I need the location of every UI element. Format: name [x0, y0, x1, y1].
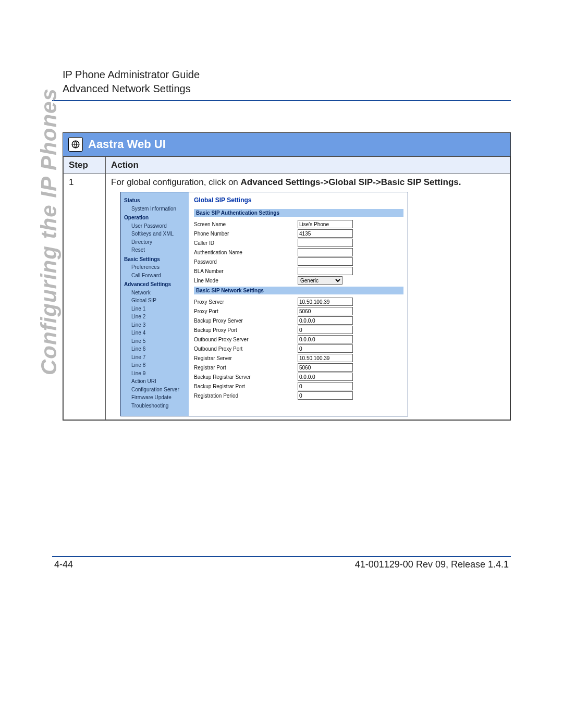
input-screen-name[interactable] — [298, 220, 353, 228]
input-password[interactable] — [298, 257, 353, 266]
doc-revision: 41-001129-00 Rev 09, Release 1.4.1 — [355, 559, 509, 570]
page-number: 4-44 — [54, 559, 73, 570]
label-auth-name: Authentication Name — [194, 250, 296, 255]
procedure-box: Aastra Web UI Step Action 1 For global c… — [63, 132, 511, 421]
nav-item-user-password[interactable]: User Password — [124, 222, 189, 230]
nav-item-troubleshooting[interactable]: Troubleshooting — [124, 402, 189, 410]
nav-item-call-forward[interactable]: Call Forward — [124, 272, 189, 280]
col-action: Action — [106, 157, 510, 174]
nav-sidebar: Status System Information Operation User… — [121, 192, 189, 416]
input-caller-id[interactable] — [298, 239, 353, 247]
label-registrar-server: Registrar Server — [194, 355, 296, 361]
footer-rule — [52, 556, 511, 557]
nav-item-system-information[interactable]: System Information — [124, 205, 189, 213]
input-registration-period[interactable] — [298, 391, 353, 400]
nav-item-configuration-server[interactable]: Configuration Server — [124, 386, 189, 394]
nav-heading-status: Status — [124, 196, 189, 205]
input-backup-registrar-port[interactable] — [298, 382, 353, 390]
select-line-mode[interactable]: Generic — [298, 276, 342, 285]
doc-subtitle: Advanced Network Settings — [63, 82, 511, 96]
nav-heading-advanced-settings: Advanced Settings — [124, 280, 189, 289]
label-backup-proxy-server: Backup Proxy Server — [194, 318, 296, 324]
label-password: Password — [194, 259, 296, 265]
input-registrar-port[interactable] — [298, 363, 353, 372]
nav-heading-operation: Operation — [124, 214, 189, 222]
nav-item-preferences[interactable]: Preferences — [124, 263, 189, 272]
label-backup-registrar-port: Backup Registrar Port — [194, 384, 296, 389]
input-bla-number[interactable] — [298, 267, 353, 275]
label-outbound-proxy-port: Outbound Proxy Port — [194, 346, 296, 352]
step-table: Step Action 1 For global configuration, … — [63, 156, 510, 420]
nav-item-network[interactable]: Network — [124, 289, 189, 297]
nav-item-line5[interactable]: Line 5 — [124, 337, 189, 346]
settings-panel: Global SIP Settings Basic SIP Authentica… — [189, 192, 408, 416]
nav-item-line4[interactable]: Line 4 — [124, 329, 189, 337]
nav-item-firmware-update[interactable]: Firmware Update — [124, 393, 189, 402]
label-registration-period: Registration Period — [194, 393, 296, 399]
instruction-path: Advanced Settings->Global SIP->Basic SIP… — [241, 177, 461, 187]
label-proxy-port: Proxy Port — [194, 309, 296, 314]
header-rule — [52, 100, 511, 101]
nav-item-directory[interactable]: Directory — [124, 238, 189, 246]
step-number: 1 — [64, 174, 106, 420]
label-phone-number: Phone Number — [194, 231, 296, 237]
label-backup-proxy-port: Backup Proxy Port — [194, 327, 296, 333]
nav-item-line8[interactable]: Line 8 — [124, 361, 189, 369]
input-backup-proxy-server[interactable] — [298, 316, 353, 325]
col-step: Step — [64, 157, 106, 174]
nav-item-line1[interactable]: Line 1 — [124, 305, 189, 313]
label-backup-registrar-server: Backup Registrar Server — [194, 374, 296, 380]
nav-item-line6[interactable]: Line 6 — [124, 345, 189, 353]
action-cell: For global configuration, click on Advan… — [106, 174, 510, 420]
nav-item-line9[interactable]: Line 9 — [124, 369, 189, 378]
nav-item-global-sip[interactable]: Global SIP — [124, 297, 189, 305]
auth-section-bar: Basic SIP Authentication Settings — [194, 209, 403, 217]
globe-icon — [68, 137, 83, 152]
label-registrar-port: Registrar Port — [194, 365, 296, 371]
input-proxy-port[interactable] — [298, 307, 353, 315]
net-section-bar: Basic SIP Network Settings — [194, 287, 403, 294]
label-bla-number: BLA Number — [194, 268, 296, 274]
label-line-mode: Line Mode — [194, 278, 296, 283]
nav-item-line3[interactable]: Line 3 — [124, 321, 189, 329]
chapter-side-title: Configuring the IP Phones — [36, 88, 62, 375]
input-backup-proxy-port[interactable] — [298, 326, 353, 334]
input-auth-name[interactable] — [298, 248, 353, 256]
input-outbound-proxy-port[interactable] — [298, 344, 353, 353]
procedure-title: Aastra Web UI — [88, 138, 166, 151]
label-outbound-proxy-server: Outbound Proxy Server — [194, 337, 296, 342]
nav-item-action-uri[interactable]: Action URI — [124, 377, 189, 386]
instruction-prefix: For global configuration, click on — [111, 177, 241, 187]
webui-screenshot: Status System Information Operation User… — [120, 192, 408, 416]
doc-title: IP Phone Administrator Guide — [63, 68, 511, 82]
input-phone-number[interactable] — [298, 229, 353, 238]
label-proxy-server: Proxy Server — [194, 299, 296, 305]
nav-item-softkeys-xml[interactable]: Softkeys and XML — [124, 230, 189, 238]
label-caller-id: Caller ID — [194, 240, 296, 246]
input-proxy-server[interactable] — [298, 298, 353, 306]
nav-heading-basic-settings: Basic Settings — [124, 255, 189, 264]
input-registrar-server[interactable] — [298, 354, 353, 362]
panel-title: Global SIP Settings — [194, 196, 403, 204]
nav-item-line7[interactable]: Line 7 — [124, 353, 189, 362]
label-screen-name: Screen Name — [194, 221, 296, 227]
instruction-text: For global configuration, click on Advan… — [111, 177, 505, 188]
nav-item-line2[interactable]: Line 2 — [124, 313, 189, 321]
input-outbound-proxy-server[interactable] — [298, 335, 353, 343]
input-backup-registrar-server[interactable] — [298, 373, 353, 381]
nav-item-reset[interactable]: Reset — [124, 246, 189, 254]
procedure-title-bar: Aastra Web UI — [63, 133, 510, 156]
